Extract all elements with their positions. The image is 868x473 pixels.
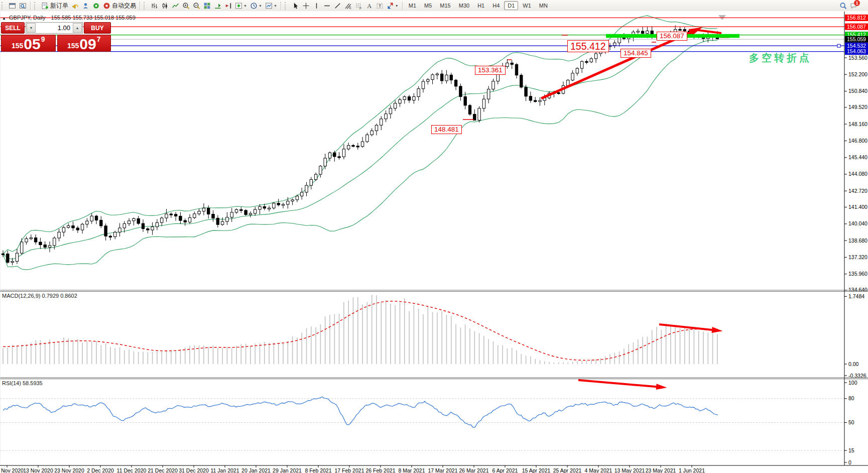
chart-shift-icon[interactable] bbox=[223, 1, 233, 11]
candlestick[interactable] bbox=[441, 74, 443, 81]
toolbar-grip[interactable] bbox=[144, 2, 147, 10]
candlestick[interactable] bbox=[216, 218, 219, 224]
candlestick[interactable] bbox=[30, 238, 32, 239]
chart-canvas[interactable]: 153.560152.200150.840149.520148.160146.8… bbox=[0, 11, 868, 473]
candlestick[interactable] bbox=[240, 209, 242, 210]
equidistant-channel-icon[interactable]: E bbox=[343, 1, 353, 11]
candlestick[interactable] bbox=[464, 96, 466, 105]
candlestick[interactable] bbox=[133, 218, 135, 220]
zoom-out-icon[interactable] bbox=[191, 1, 202, 11]
candlestick[interactable] bbox=[539, 100, 541, 101]
candlestick[interactable] bbox=[422, 81, 424, 89]
periods-dropdown-caret[interactable]: ▼ bbox=[259, 4, 262, 8]
candlestick[interactable] bbox=[174, 214, 177, 216]
candlestick[interactable] bbox=[226, 217, 228, 221]
candlestick[interactable] bbox=[212, 214, 214, 218]
candlestick[interactable] bbox=[161, 218, 163, 222]
candlestick[interactable] bbox=[534, 100, 537, 101]
candlestick[interactable] bbox=[641, 31, 644, 34]
candlestick[interactable] bbox=[221, 221, 223, 224]
tile-windows-icon[interactable] bbox=[202, 1, 212, 11]
candlestick[interactable] bbox=[385, 114, 387, 119]
alerts-icon[interactable] bbox=[70, 1, 80, 11]
candlestick[interactable] bbox=[427, 79, 429, 81]
candlestick[interactable] bbox=[296, 196, 298, 199]
candlestick[interactable] bbox=[202, 208, 205, 211]
candlestick[interactable] bbox=[366, 135, 368, 142]
candlestick[interactable] bbox=[324, 158, 326, 166]
candlestick[interactable] bbox=[338, 157, 340, 158]
candlestick[interactable] bbox=[184, 220, 186, 222]
candlestick[interactable] bbox=[230, 212, 233, 217]
candlestick[interactable] bbox=[273, 203, 275, 208]
arrows-icon[interactable]: ▼ bbox=[385, 1, 400, 11]
timeframe-button-m1[interactable]: M1 bbox=[405, 1, 420, 10]
candlestick[interactable] bbox=[118, 228, 121, 232]
horizontal-line-icon[interactable] bbox=[322, 1, 332, 11]
candlestick[interactable] bbox=[482, 99, 485, 108]
price-annotation[interactable]: 155.412 bbox=[567, 40, 609, 52]
candlestick[interactable] bbox=[506, 63, 509, 66]
candlestick[interactable] bbox=[235, 209, 237, 212]
candlestick[interactable] bbox=[314, 174, 317, 179]
autotrading-icon[interactable]: 自动交易 bbox=[101, 1, 138, 11]
candlestick[interactable] bbox=[613, 43, 616, 45]
buy-price-display[interactable]: 155 09 7 bbox=[57, 35, 111, 52]
candlestick[interactable] bbox=[53, 238, 56, 246]
sell-button[interactable]: SELL bbox=[1, 22, 25, 34]
candlestick[interactable] bbox=[142, 223, 144, 228]
candlestick[interactable] bbox=[287, 201, 289, 204]
candlestick[interactable] bbox=[282, 204, 284, 205]
candlestick[interactable] bbox=[581, 61, 583, 68]
candlestick[interactable] bbox=[25, 239, 28, 242]
price-annotation[interactable]: 154.845 bbox=[621, 49, 651, 58]
candlestick[interactable] bbox=[459, 86, 462, 97]
candlestick[interactable] bbox=[165, 214, 168, 218]
candlestick[interactable] bbox=[585, 61, 588, 62]
candlestick[interactable] bbox=[370, 131, 373, 135]
candlestick[interactable] bbox=[347, 145, 350, 149]
price-annotation[interactable]: 148.481 bbox=[431, 125, 462, 134]
candlestick[interactable] bbox=[487, 89, 490, 99]
volume-increase-button[interactable]: ▲ bbox=[73, 23, 82, 33]
sell-price-display[interactable]: 155 05 9 bbox=[1, 35, 56, 52]
candlestick[interactable] bbox=[7, 254, 9, 262]
candlestick[interactable] bbox=[328, 153, 331, 158]
volume-input[interactable] bbox=[36, 23, 72, 33]
candlestick[interactable] bbox=[361, 142, 363, 146]
line-handle[interactable] bbox=[837, 44, 840, 47]
candlestick[interactable] bbox=[11, 261, 14, 262]
timeframe-button-m15[interactable]: M15 bbox=[436, 1, 454, 10]
bar-chart-icon[interactable] bbox=[149, 1, 160, 11]
candlestick[interactable] bbox=[58, 232, 60, 238]
candlestick[interactable] bbox=[291, 200, 294, 201]
cursor-icon[interactable] bbox=[290, 1, 301, 11]
candlestick[interactable] bbox=[95, 216, 97, 220]
accounts-icon[interactable] bbox=[80, 1, 91, 11]
templates-dropdown-caret[interactable]: ▼ bbox=[274, 4, 277, 8]
signals-icon[interactable] bbox=[91, 1, 101, 11]
candlestick[interactable] bbox=[90, 216, 93, 221]
candlestick[interactable] bbox=[310, 180, 312, 186]
candlestick[interactable] bbox=[492, 81, 494, 89]
candlestick[interactable] bbox=[21, 242, 23, 253]
candlestick[interactable] bbox=[445, 75, 448, 81]
templates-icon[interactable]: ▼ bbox=[264, 1, 279, 11]
candlestick[interactable] bbox=[147, 229, 149, 230]
price-annotation[interactable]: 153.361 bbox=[475, 66, 506, 75]
candlestick[interactable] bbox=[137, 218, 140, 223]
toolbar-grip[interactable] bbox=[285, 2, 288, 10]
candlestick[interactable] bbox=[352, 145, 354, 146]
candlestick[interactable] bbox=[356, 146, 359, 147]
candlestick[interactable] bbox=[123, 224, 126, 228]
candlestick[interactable] bbox=[571, 73, 574, 80]
candlestick[interactable] bbox=[151, 227, 154, 230]
candlestick[interactable] bbox=[156, 222, 158, 227]
candlestick[interactable] bbox=[305, 185, 308, 192]
candlestick[interactable] bbox=[16, 253, 18, 261]
auto-scroll-icon[interactable] bbox=[212, 1, 223, 11]
profile-icon[interactable] bbox=[18, 1, 28, 11]
candlestick[interactable] bbox=[417, 89, 420, 97]
toolbar-grip[interactable] bbox=[34, 2, 38, 10]
candlestick[interactable] bbox=[679, 29, 681, 30]
